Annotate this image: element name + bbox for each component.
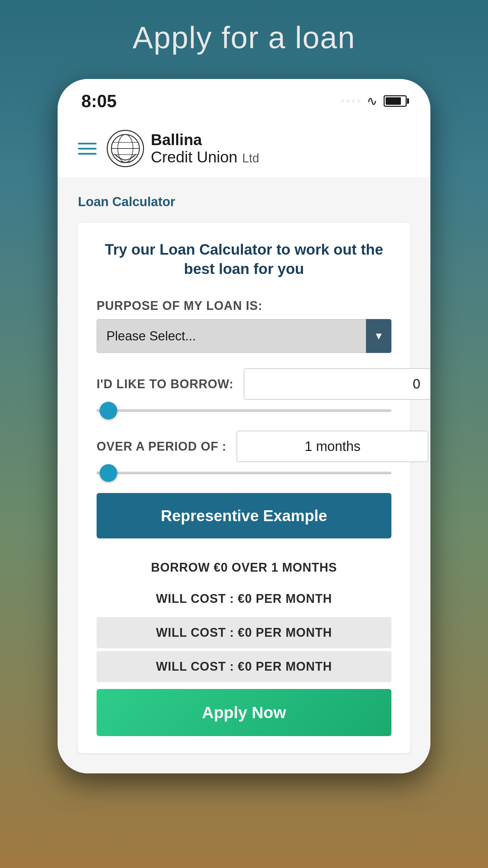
period-slider-track bbox=[97, 472, 391, 474]
app-header: IRELAND Ballina Credit Union Ltd bbox=[58, 120, 430, 178]
hamburger-menu-icon[interactable] bbox=[78, 143, 97, 155]
apply-btn-area: Apply Now bbox=[97, 689, 391, 736]
borrow-slider-container bbox=[97, 406, 391, 415]
wifi-icon: ∿ bbox=[367, 94, 378, 108]
page-title-area: Apply for a loan bbox=[0, 0, 488, 79]
purpose-select[interactable]: Please Select... bbox=[97, 319, 391, 353]
brand-line1: Ballina bbox=[151, 131, 202, 149]
svg-text:IRELAND: IRELAND bbox=[120, 161, 130, 164]
summary-row-1: BORROW €0 OVER 1 MONTHS bbox=[97, 552, 391, 583]
period-input[interactable] bbox=[237, 431, 428, 462]
period-slider-thumb[interactable] bbox=[100, 464, 117, 482]
purpose-select-wrapper: Please Select... ▼ bbox=[97, 319, 391, 353]
borrow-input[interactable] bbox=[244, 368, 430, 400]
borrow-label: I'D LIKE TO BORROW: bbox=[97, 377, 233, 391]
status-time: 8:05 bbox=[81, 91, 117, 111]
section-label: Loan Calculator bbox=[78, 195, 410, 209]
status-icons: ∿ bbox=[341, 94, 407, 108]
signal-icon bbox=[341, 99, 361, 103]
status-bar: 8:05 ∿ bbox=[58, 79, 430, 120]
brand-ltd: Ltd bbox=[242, 151, 259, 165]
phone-frame: 8:05 ∿ bbox=[58, 79, 430, 773]
borrow-section: I'D LIKE TO BORROW: bbox=[97, 368, 391, 415]
period-section: OVER A PERIOD OF : bbox=[97, 431, 391, 478]
battery-icon bbox=[384, 95, 407, 107]
brand-line2: Credit Union bbox=[151, 149, 238, 166]
period-label: OVER A PERIOD OF : bbox=[97, 439, 226, 454]
main-content: Loan Calculator Try our Loan Calculator … bbox=[58, 178, 430, 773]
borrow-row: I'D LIKE TO BORROW: bbox=[97, 368, 391, 400]
summary-row-4: WILL COST : €0 PER MONTH bbox=[97, 651, 391, 682]
period-slider-container bbox=[97, 468, 391, 478]
apply-now-button[interactable]: Apply Now bbox=[97, 689, 391, 736]
loan-calculator-card: Try our Loan Calculator to work out the … bbox=[78, 223, 410, 753]
period-row: OVER A PERIOD OF : bbox=[97, 431, 391, 462]
borrow-slider-track bbox=[97, 409, 391, 412]
brand-logo: IRELAND bbox=[107, 130, 144, 167]
card-title: Try our Loan Calculator to work out the … bbox=[97, 240, 391, 278]
purpose-label: PURPOSE OF MY LOAN IS: bbox=[97, 299, 391, 313]
logo-area: IRELAND Ballina Credit Union Ltd bbox=[107, 130, 259, 167]
summary-row-3: WILL COST : €0 PER MONTH bbox=[97, 617, 391, 648]
purpose-section: PURPOSE OF MY LOAN IS: Please Select... … bbox=[97, 299, 391, 353]
borrow-slider-thumb[interactable] bbox=[100, 402, 117, 419]
summary-row-2: WILL COST : €0 PER MONTH bbox=[97, 583, 391, 614]
page-title: Apply for a loan bbox=[133, 20, 355, 55]
rep-example-button[interactable]: Representive Example bbox=[97, 493, 391, 538]
brand-name: Ballina Credit Union Ltd bbox=[151, 131, 259, 165]
